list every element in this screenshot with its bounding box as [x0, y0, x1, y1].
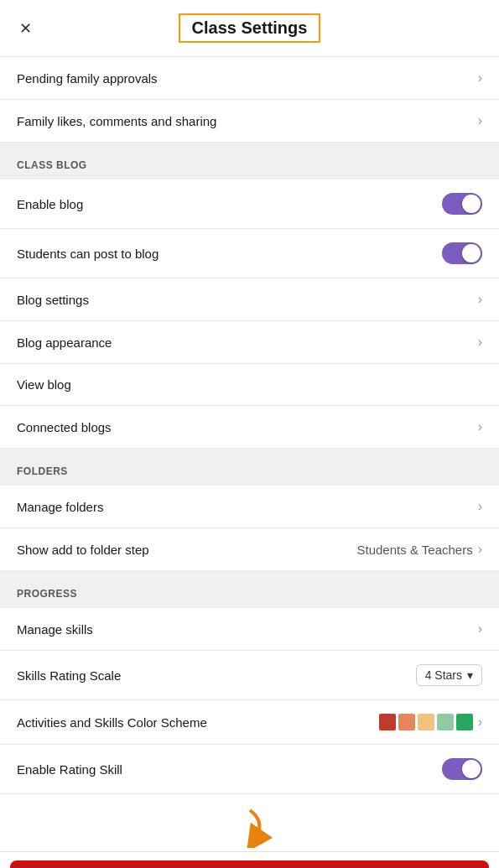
manage-folders-label: Manage folders	[17, 500, 103, 514]
chevron-right-icon: ›	[478, 335, 482, 350]
view-blog-row[interactable]: View blog	[0, 364, 499, 406]
chevron-right-icon: ›	[478, 621, 482, 637]
connected-blogs-label: Connected blogs	[17, 420, 112, 434]
activities-color-right: ›	[379, 714, 482, 730]
enable-rating-toggle[interactable]	[442, 758, 482, 780]
bottom-buttons: Reset Class QR Code and Family Invite Co…	[0, 851, 499, 868]
blog-appearance-label: Blog appearance	[17, 335, 112, 350]
modal-header: ✕ Class Settings	[0, 0, 499, 57]
chevron-right-icon: ›	[478, 292, 482, 307]
view-blog-label: View blog	[17, 377, 71, 392]
stars-dropdown[interactable]: 4 Stars ▾	[416, 664, 482, 686]
show-add-folder-value: Students & Teachers	[357, 543, 473, 557]
swatch-light-green	[437, 714, 454, 730]
students-post-label: Students can post to blog	[17, 247, 159, 261]
progress-section-header: PROGRESS	[0, 580, 499, 608]
pending-family-row[interactable]: Pending family approvals ›	[0, 57, 499, 100]
folders-section-header: FOLDERS	[0, 457, 499, 486]
connected-blogs-right: ›	[478, 419, 482, 434]
swatch-orange	[398, 714, 415, 730]
toggle-knob-2	[462, 244, 481, 262]
activities-color-label: Activities and Skills Color Scheme	[17, 715, 207, 730]
dropdown-arrow-icon: ▾	[467, 668, 473, 682]
class-blog-section-header: CLASS BLOG	[0, 151, 499, 179]
skills-rating-right: 4 Stars ▾	[416, 664, 482, 686]
color-swatches	[379, 714, 473, 730]
pending-family-label: Pending family approvals	[17, 71, 158, 86]
section-gap-2	[0, 449, 499, 457]
activities-color-row[interactable]: Activities and Skills Color Scheme ›	[0, 700, 499, 745]
chevron-right-icon: ›	[478, 715, 482, 730]
close-button[interactable]: ✕	[13, 17, 37, 40]
manage-skills-right: ›	[478, 621, 482, 637]
pending-family-right: ›	[478, 70, 482, 86]
toggle-knob-3	[462, 760, 481, 778]
manage-skills-row[interactable]: Manage skills ›	[0, 608, 499, 651]
chevron-right-icon: ›	[478, 499, 482, 514]
class-settings-modal: ✕ Class Settings Pending family approval…	[0, 0, 499, 868]
page-title: Class Settings	[179, 13, 321, 43]
family-likes-right: ›	[478, 113, 482, 128]
arrow-icon	[225, 806, 275, 848]
show-add-folder-right: Students & Teachers ›	[357, 542, 482, 557]
section-gap-3	[0, 571, 499, 580]
reset-btn[interactable]: Reset Class QR Code and Family Invite Co…	[10, 860, 489, 868]
enable-blog-toggle[interactable]	[442, 193, 482, 215]
stars-value: 4 Stars	[425, 668, 462, 682]
blog-settings-right: ›	[478, 292, 482, 307]
show-add-folder-label: Show add to folder step	[17, 543, 149, 557]
show-add-folder-row[interactable]: Show add to folder step Students & Teach…	[0, 528, 499, 571]
swatch-red	[379, 714, 396, 730]
enable-blog-label: Enable blog	[17, 197, 83, 211]
toggle-knob	[462, 195, 481, 213]
swatch-green	[456, 714, 473, 730]
manage-folders-row[interactable]: Manage folders ›	[0, 486, 499, 528]
students-post-toggle[interactable]	[442, 242, 482, 264]
manage-folders-right: ›	[478, 499, 482, 514]
students-post-row[interactable]: Students can post to blog	[0, 229, 499, 278]
enable-blog-row[interactable]: Enable blog	[0, 179, 499, 229]
skills-rating-row[interactable]: Skills Rating Scale 4 Stars ▾	[0, 651, 499, 700]
enable-rating-label: Enable Rating Skill	[17, 762, 122, 777]
skills-rating-label: Skills Rating Scale	[17, 668, 121, 683]
chevron-right-icon: ›	[478, 419, 482, 434]
blog-appearance-right: ›	[478, 335, 482, 350]
chevron-right-icon: ›	[478, 542, 482, 557]
connected-blogs-row[interactable]: Connected blogs ›	[0, 406, 499, 449]
blog-appearance-row[interactable]: Blog appearance ›	[0, 321, 499, 364]
manage-skills-label: Manage skills	[17, 622, 93, 637]
section-gap	[0, 143, 499, 151]
arrow-annotation	[0, 794, 499, 851]
close-icon: ✕	[19, 19, 32, 38]
settings-content: Pending family approvals › Family likes,…	[0, 57, 499, 868]
family-likes-label: Family likes, comments and sharing	[17, 114, 216, 128]
chevron-right-icon: ›	[478, 113, 482, 128]
blog-settings-label: Blog settings	[17, 293, 89, 307]
family-likes-row[interactable]: Family likes, comments and sharing ›	[0, 100, 499, 143]
blog-settings-row[interactable]: Blog settings ›	[0, 278, 499, 321]
chevron-right-icon: ›	[478, 70, 482, 86]
enable-rating-row[interactable]: Enable Rating Skill	[0, 745, 499, 794]
swatch-yellow	[418, 714, 434, 730]
